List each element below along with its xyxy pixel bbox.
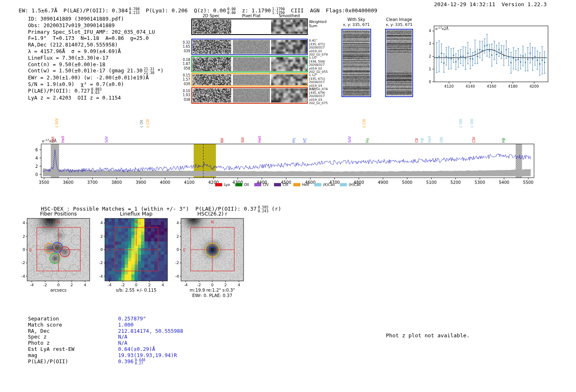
data-point: [525, 62, 526, 63]
match-value-text: N/A: [118, 334, 128, 340]
lineflux-overlay: NE: [107, 220, 158, 271]
data-point: [474, 51, 476, 52]
hsc-overlay: NE: [183, 220, 234, 271]
match-table-row: Match score1.000: [28, 322, 74, 328]
data-point: [520, 61, 521, 63]
emission-label-NV: NV: [220, 138, 224, 143]
data-point: [508, 56, 509, 58]
legend-item: CIII: [274, 183, 288, 187]
legend-label: HeII: [302, 183, 309, 187]
info-line: P(LAE)/P(OII): 0.7270.8830.63: [28, 88, 164, 95]
header-z: z: 1.17901.17901.1790: [242, 7, 285, 14]
legend-label: CIV: [263, 183, 269, 187]
data-point: [506, 49, 507, 50]
inset-y-tick-label: 1: [429, 67, 431, 71]
match-table-row: Spec zN/A: [28, 334, 74, 340]
inset-x-tick-label: 4140: [466, 84, 475, 88]
emission-label-SiIV: SiIV: [348, 136, 352, 143]
x-tick-label: 3900: [136, 180, 146, 185]
emission-label-OIII: { OIII: [470, 119, 474, 128]
match-value-text: 19.93(19.93,19.94)R: [118, 352, 177, 358]
match-table-label: RA, Dec: [28, 328, 50, 334]
legend-item: OII: [235, 183, 249, 187]
x-tick-label: 4: [238, 283, 240, 287]
x-tick-label: 3800: [111, 180, 122, 185]
match-table-value: 0.64(±0.29)Å: [118, 346, 155, 352]
x-tick-label: 3500: [39, 180, 49, 185]
emission-label-CIII: { CIII: [362, 119, 366, 128]
noise-band: [43, 169, 531, 176]
match-table-label: Photo z: [28, 340, 50, 346]
header-classification: CIII: [291, 7, 304, 14]
info-line: LineFlux = 7.30(±3.30)e-17: [28, 55, 164, 61]
info-line: λ = 4157.96Å σ = 9.09(±4.69)Å: [28, 48, 164, 55]
fiber-east-label: E: [29, 248, 32, 252]
x-tick-label: 3600: [63, 180, 73, 185]
x-tick-label: 5200: [451, 180, 461, 185]
main-spectrum-plot: 3500360037003800390040004100420043004400…: [35, 139, 534, 185]
emission-label-HeII: HeII: [61, 136, 65, 143]
match-value-hilo: 0.6480.27: [135, 358, 146, 365]
y-tick-label: -4: [21, 274, 25, 278]
legend-swatch: [314, 183, 321, 186]
y-tick-label: 0: [177, 247, 179, 252]
fiber-north-label: N: [57, 220, 60, 224]
x-tick-label: 5300: [475, 180, 485, 185]
header-plya: P(Lyα): 0.206: [146, 7, 188, 14]
legend-label: (H)CaII: [348, 183, 360, 187]
inset-x-tick-label: 4180: [508, 84, 518, 88]
fiber-circle-highlight: [52, 242, 62, 252]
legend-item: (K)CaII: [314, 183, 334, 187]
data-point: [515, 59, 516, 60]
lineflux-east-label: E: [107, 248, 109, 252]
header-qz: Q(z): 0.000.000.00: [194, 7, 236, 14]
x-tick-label: 2: [148, 283, 151, 287]
header-qz-value: Q(z): 0.00: [194, 7, 226, 14]
fiber-circle: [33, 264, 43, 274]
data-point: [513, 58, 514, 59]
info-line: Cont(w) = 1.50(±0.01)e-17 (gmag 21.3021.…: [28, 67, 164, 74]
line-fit-inset-plot: 4120414041604180420001234e-17x2Å: [429, 26, 548, 88]
match-value-text: 0.396: [118, 358, 134, 364]
emission-line-labels: OVI{ SiIVHeIISiIV{ OII{ CIVNVSiIIHeIIHηH…: [51, 118, 506, 143]
info-line: EWr = 2.30(±1.00) (w: -2.00(±0.01)e19)Å: [28, 74, 164, 81]
inset-ylabel: e-17x2Å: [435, 26, 448, 31]
x-tick-label: 4: [84, 283, 86, 287]
x-tick-label: 4100: [184, 180, 194, 185]
fiber-circle: [69, 264, 79, 274]
hscdex-suffix: (r): [268, 206, 281, 212]
match-table-row: Photo zN/A: [28, 340, 74, 346]
x-tick-label: -4: [184, 283, 188, 287]
match-table-label: Est LyA rest-EW: [28, 346, 74, 352]
header-agn-flag: AGN: [310, 7, 319, 14]
header-flags: Flags:0x00400009: [326, 7, 377, 14]
match-table-row: RA, Dec212.814174, 50.555988: [28, 328, 74, 334]
x-tick-label: 5400: [499, 180, 509, 185]
fiber-circle: [55, 230, 65, 240]
data-point: [451, 58, 452, 59]
data-point: [530, 53, 531, 54]
photz-note: Phot z plot not available.: [386, 332, 470, 339]
x-tick-label: 2: [70, 283, 73, 287]
legend-swatch: [340, 183, 347, 186]
with-sky-title: With Sky: [347, 17, 365, 22]
legend-item: CIV: [254, 183, 269, 187]
match-table-row: mag19.93(19.93,19.94)R: [28, 352, 74, 358]
data-point: [455, 61, 456, 62]
match-table-label: Separation: [28, 315, 59, 322]
legend-label: OII: [244, 183, 249, 187]
y-tick-label: 0: [35, 172, 38, 177]
hsc-cutout-title: HSC(26.2) r: [197, 211, 228, 217]
info-text: EWr = 2.30(±1.00) (w: -2.00(±0.01)e19)Å: [28, 74, 149, 81]
data-point: [503, 55, 504, 56]
data-point: [496, 53, 497, 55]
inset-y-tick-label: 4: [429, 29, 431, 33]
hsc-east-label: E: [183, 248, 186, 252]
data-point: [465, 58, 466, 59]
data-point: [518, 59, 519, 60]
fiber-overlay: NE: [29, 220, 80, 271]
data-point: [539, 63, 540, 65]
y-tick-label: -4: [175, 274, 179, 278]
emission-label-OVI: OVI: [51, 137, 55, 143]
report-page: 3500360037003800390040004100420043004400…: [0, 0, 576, 392]
